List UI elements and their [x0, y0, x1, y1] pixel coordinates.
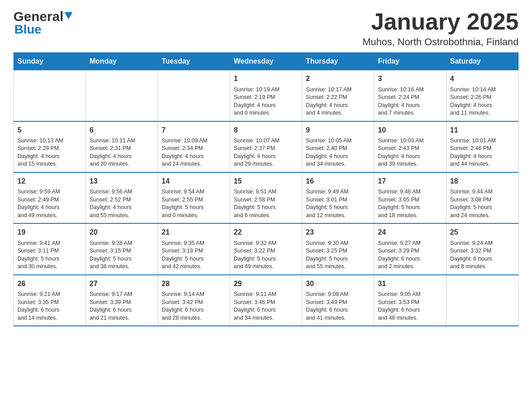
day-info: Sunrise: 10:13 AM Sunset: 2:29 PM Daylig…	[17, 137, 82, 168]
day-number: 28	[162, 279, 226, 289]
calendar-cell: 25Sunrise: 9:24 AM Sunset: 3:32 PM Dayli…	[446, 223, 519, 274]
day-number: 15	[234, 176, 298, 186]
day-info: Sunrise: 9:49 AM Sunset: 3:01 PM Dayligh…	[306, 188, 370, 219]
main-title: January 2025	[362, 9, 519, 34]
calendar-header: SundayMondayTuesdayWednesdayThursdayFrid…	[14, 53, 519, 70]
day-number: 2	[306, 74, 370, 84]
page-header: General Blue January 2025 Muhos, North O…	[13, 9, 519, 48]
calendar-week-4: 19Sunrise: 9:41 AM Sunset: 3:11 PM Dayli…	[14, 223, 519, 274]
calendar-cell: 13Sunrise: 9:56 AM Sunset: 2:52 PM Dayli…	[86, 172, 158, 223]
calendar-cell: 31Sunrise: 9:05 AM Sunset: 3:53 PM Dayli…	[374, 275, 446, 326]
day-info: Sunrise: 9:27 AM Sunset: 3:29 PM Dayligh…	[378, 240, 442, 271]
logo: General Blue	[13, 9, 73, 37]
day-number: 22	[234, 227, 298, 237]
calendar-cell: 16Sunrise: 9:49 AM Sunset: 3:01 PM Dayli…	[302, 172, 374, 223]
day-info: Sunrise: 9:35 AM Sunset: 3:18 PM Dayligh…	[162, 240, 226, 271]
day-info: Sunrise: 9:59 AM Sunset: 2:49 PM Dayligh…	[17, 188, 82, 219]
day-number: 29	[234, 279, 298, 289]
calendar-body: 1Sunrise: 10:19 AM Sunset: 2:19 PM Dayli…	[14, 70, 519, 326]
day-info: Sunrise: 9:46 AM Sunset: 3:05 PM Dayligh…	[378, 188, 442, 219]
calendar-cell: 30Sunrise: 9:08 AM Sunset: 3:49 PM Dayli…	[302, 275, 374, 326]
day-number: 8	[234, 125, 298, 135]
day-info: Sunrise: 9:21 AM Sunset: 3:35 PM Dayligh…	[17, 291, 82, 322]
day-number: 27	[90, 279, 154, 289]
days-of-week-row: SundayMondayTuesdayWednesdayThursdayFrid…	[14, 53, 519, 70]
day-info: Sunrise: 10:09 AM Sunset: 2:34 PM Daylig…	[162, 137, 226, 168]
day-of-week-wednesday: Wednesday	[230, 53, 302, 70]
calendar-cell: 19Sunrise: 9:41 AM Sunset: 3:11 PM Dayli…	[14, 223, 86, 274]
day-info: Sunrise: 10:16 AM Sunset: 2:24 PM Daylig…	[378, 86, 442, 117]
calendar-cell	[446, 275, 519, 326]
day-number: 19	[17, 227, 82, 237]
day-info: Sunrise: 9:54 AM Sunset: 2:55 PM Dayligh…	[162, 188, 226, 219]
day-info: Sunrise: 9:30 AM Sunset: 3:25 PM Dayligh…	[306, 240, 370, 271]
day-info: Sunrise: 10:05 AM Sunset: 2:40 PM Daylig…	[306, 137, 370, 168]
day-info: Sunrise: 10:11 AM Sunset: 2:31 PM Daylig…	[90, 137, 154, 168]
day-info: Sunrise: 9:14 AM Sunset: 3:42 PM Dayligh…	[162, 291, 226, 322]
day-info: Sunrise: 9:17 AM Sunset: 3:39 PM Dayligh…	[90, 291, 154, 322]
day-number: 12	[17, 176, 82, 186]
day-info: Sunrise: 9:08 AM Sunset: 3:49 PM Dayligh…	[306, 291, 370, 322]
day-info: Sunrise: 9:51 AM Sunset: 2:58 PM Dayligh…	[234, 188, 298, 219]
calendar-week-3: 12Sunrise: 9:59 AM Sunset: 2:49 PM Dayli…	[14, 172, 519, 223]
calendar-cell: 20Sunrise: 9:38 AM Sunset: 3:15 PM Dayli…	[86, 223, 158, 274]
day-number: 25	[450, 227, 515, 237]
day-info: Sunrise: 9:41 AM Sunset: 3:11 PM Dayligh…	[17, 240, 82, 271]
day-of-week-tuesday: Tuesday	[158, 53, 230, 70]
day-info: Sunrise: 9:24 AM Sunset: 3:32 PM Dayligh…	[450, 240, 515, 271]
day-info: Sunrise: 9:44 AM Sunset: 3:08 PM Dayligh…	[450, 188, 515, 219]
day-of-week-thursday: Thursday	[302, 53, 374, 70]
calendar-cell	[14, 70, 86, 121]
calendar-cell: 17Sunrise: 9:46 AM Sunset: 3:05 PM Dayli…	[374, 172, 446, 223]
calendar-cell: 6Sunrise: 10:11 AM Sunset: 2:31 PM Dayli…	[86, 121, 158, 172]
day-number: 11	[450, 125, 515, 135]
day-number: 17	[378, 176, 442, 186]
day-info: Sunrise: 10:01 AM Sunset: 2:46 PM Daylig…	[450, 137, 515, 168]
day-info: Sunrise: 9:56 AM Sunset: 2:52 PM Dayligh…	[90, 188, 154, 219]
day-number: 10	[378, 125, 442, 135]
calendar-cell: 21Sunrise: 9:35 AM Sunset: 3:18 PM Dayli…	[158, 223, 230, 274]
day-info: Sunrise: 9:05 AM Sunset: 3:53 PM Dayligh…	[378, 291, 442, 322]
logo-triangle-icon	[64, 12, 73, 19]
calendar-cell: 22Sunrise: 9:32 AM Sunset: 3:22 PM Dayli…	[230, 223, 302, 274]
calendar-cell: 18Sunrise: 9:44 AM Sunset: 3:08 PM Dayli…	[446, 172, 519, 223]
calendar-cell: 24Sunrise: 9:27 AM Sunset: 3:29 PM Dayli…	[374, 223, 446, 274]
day-info: Sunrise: 10:17 AM Sunset: 2:22 PM Daylig…	[306, 86, 370, 117]
day-number: 21	[162, 227, 226, 237]
day-of-week-saturday: Saturday	[446, 53, 519, 70]
calendar-cell: 5Sunrise: 10:13 AM Sunset: 2:29 PM Dayli…	[14, 121, 86, 172]
day-number: 3	[378, 74, 442, 84]
calendar-cell: 3Sunrise: 10:16 AM Sunset: 2:24 PM Dayli…	[374, 70, 446, 121]
day-number: 26	[17, 279, 82, 289]
calendar-cell	[86, 70, 158, 121]
day-number: 31	[378, 279, 442, 289]
day-number: 18	[450, 176, 515, 186]
calendar-cell: 9Sunrise: 10:05 AM Sunset: 2:40 PM Dayli…	[302, 121, 374, 172]
day-number: 1	[234, 74, 298, 84]
calendar-week-2: 5Sunrise: 10:13 AM Sunset: 2:29 PM Dayli…	[14, 121, 519, 172]
subtitle: Muhos, North Ostrobothnia, Finland	[362, 36, 519, 48]
calendar-cell: 23Sunrise: 9:30 AM Sunset: 3:25 PM Dayli…	[302, 223, 374, 274]
day-of-week-sunday: Sunday	[14, 53, 86, 70]
day-info: Sunrise: 9:38 AM Sunset: 3:15 PM Dayligh…	[90, 240, 154, 271]
day-info: Sunrise: 10:07 AM Sunset: 2:37 PM Daylig…	[234, 137, 298, 168]
day-number: 5	[17, 125, 82, 135]
logo-general-text: General	[13, 9, 64, 24]
title-section: January 2025 Muhos, North Ostrobothnia, …	[362, 9, 519, 48]
day-of-week-friday: Friday	[374, 53, 446, 70]
calendar-cell: 2Sunrise: 10:17 AM Sunset: 2:22 PM Dayli…	[302, 70, 374, 121]
calendar-cell: 26Sunrise: 9:21 AM Sunset: 3:35 PM Dayli…	[14, 275, 86, 326]
day-number: 6	[90, 125, 154, 135]
calendar-table: SundayMondayTuesdayWednesdayThursdayFrid…	[13, 52, 519, 326]
day-of-week-monday: Monday	[86, 53, 158, 70]
calendar-cell: 8Sunrise: 10:07 AM Sunset: 2:37 PM Dayli…	[230, 121, 302, 172]
day-number: 13	[90, 176, 154, 186]
calendar-cell: 14Sunrise: 9:54 AM Sunset: 2:55 PM Dayli…	[158, 172, 230, 223]
calendar-week-1: 1Sunrise: 10:19 AM Sunset: 2:19 PM Dayli…	[14, 70, 519, 121]
day-number: 20	[90, 227, 154, 237]
day-number: 7	[162, 125, 226, 135]
day-number: 4	[450, 74, 515, 84]
day-number: 23	[306, 227, 370, 237]
calendar-cell: 12Sunrise: 9:59 AM Sunset: 2:49 PM Dayli…	[14, 172, 86, 223]
day-number: 16	[306, 176, 370, 186]
